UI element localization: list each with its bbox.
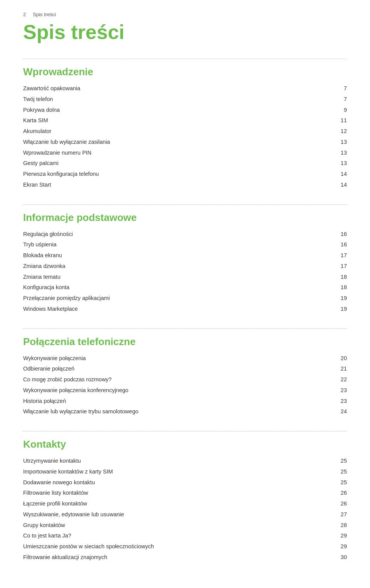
page-number-top: 2 Spis treści [23,12,347,17]
entry-label: Utrzymywanie kontaktu [23,457,331,465]
section-title-polaczenia-telefoniczne: Połączenia telefoniczne [23,336,347,348]
entry-label: Zmiana dzwonka [23,262,331,271]
toc-entry: Wprowadzanie numeru PIN13 [23,148,347,158]
page-number-label: Spis treści [33,12,56,17]
entry-label: Blokada ekranu [23,251,331,260]
toc-entry: Odbieranie połączeń21 [23,364,347,374]
entry-label: Regulacja głośności [23,230,331,239]
entry-page: 19 [331,305,347,313]
toc-entry: Regulacja głośności16 [23,229,347,240]
toc-entry: Wykonywanie połączenia20 [23,353,347,364]
entry-label: Przełączanie pomiędzy aplikacjami [23,294,331,303]
entry-page: 14 [331,181,347,189]
entry-label: Włączanie lub wyłączanie trybu samolotow… [23,408,331,416]
entry-page: 20 [331,354,347,363]
toc-entry: Windows Marketplace19 [23,304,347,315]
entry-label: Windows Marketplace [23,305,331,313]
toc-entry: Zawartość opakowania7 [23,83,347,94]
entry-page: 30 [331,553,347,562]
entry-label: Grupy kontaktów [23,521,331,530]
toc-entry: Zmiana tematu18 [23,272,347,283]
entry-page: 19 [331,294,347,303]
entry-label: Twój telefon [23,95,331,104]
entry-page: 16 [331,241,347,249]
section-divider-informacje-podstawowe [23,204,347,205]
toc-entry: Importowanie kontaktów z karty SIM25 [23,467,347,477]
toc-entry: Umieszczanie postów w sieciach społeczno… [23,541,347,552]
entry-label: Wykonywanie połączenia [23,354,331,363]
entry-page: 12 [331,127,347,136]
entry-page: 16 [331,230,347,239]
entry-page: 26 [331,489,347,497]
toc-entry: Konfiguracja konta18 [23,282,347,293]
entry-page: 18 [331,273,347,281]
toc-entry: Pierwsza konfiguracja telefonu14 [23,169,347,180]
toc-entry: Ekran Start14 [23,180,347,190]
toc-entry: Filtrowanie listy kontaktów26 [23,488,347,499]
toc-entry: Zmiana dzwonka17 [23,261,347,272]
toc-entry: Co mogę zrobić podczas rozmowy?22 [23,374,347,385]
entry-page: 17 [331,251,347,260]
entry-label: Odbieranie połączeń [23,365,331,373]
entry-label: Ekran Start [23,181,331,189]
toc-entry: Historia połączeń23 [23,396,347,407]
entry-page: 23 [331,397,347,406]
entry-page: 26 [331,500,347,508]
main-title: Spis treści [23,21,347,43]
section-title-kontakty: Kontakty [23,438,347,450]
entry-label: Umieszczanie postów w sieciach społeczno… [23,543,331,551]
section-divider-polaczenia-telefoniczne [23,329,347,329]
entry-label: Łączenie profili kontaktów [23,500,331,508]
entry-label: Włączanie lub wyłączanie zasilania [23,138,331,147]
entry-label: Konfiguracja konta [23,283,331,292]
entry-label: Co to jest karta Ja? [23,532,331,540]
entry-label: Co mogę zrobić podczas rozmowy? [23,376,331,384]
entry-page: 25 [331,468,347,476]
entry-label: Filtrowanie listy kontaktów [23,489,331,497]
section-wprowadzenie: WprowadzenieZawartość opakowania7Twój te… [23,59,347,190]
entry-page: 27 [331,510,347,519]
section-polaczenia-telefoniczne: Połączenia telefoniczneWykonywanie połąc… [23,329,347,418]
toc-entry: Pokrywa dolna9 [23,105,347,116]
entry-page: 22 [331,376,347,384]
entry-page: 23 [331,386,347,395]
toc-entry: Tryb uśpienia16 [23,239,347,250]
entry-label: Karta SIM [23,116,331,125]
toc-entry: Dodawanie nowego kontaktu25 [23,477,347,488]
entry-label: Zawartość opakowania [23,84,331,93]
entry-label: Pokrywa dolna [23,106,331,115]
entry-label: Wprowadzanie numeru PIN [23,149,331,157]
toc-entry: Włączanie lub wyłączanie zasilania13 [23,137,347,148]
entry-label: Tryb uśpienia [23,241,331,249]
entry-page: 17 [331,262,347,271]
entry-page: 7 [331,95,347,104]
entry-page: 29 [331,532,347,540]
entry-label: Pierwsza konfiguracja telefonu [23,170,331,179]
section-informacje-podstawowe: Informacje podstawoweRegulacja głośności… [23,204,347,315]
entry-page: 14 [331,170,347,179]
toc-entry: Twój telefon7 [23,94,347,105]
entry-page: 29 [331,543,347,551]
entry-label: Gesty palcami [23,159,331,168]
entry-page: 25 [331,457,347,465]
entry-page: 13 [331,149,347,157]
entry-page: 9 [331,106,347,115]
section-title-informacje-podstawowe: Informacje podstawowe [23,212,347,224]
toc-entry: Przełączanie pomiędzy aplikacjami19 [23,293,347,304]
toc-entry: Karta SIM11 [23,115,347,126]
section-divider-kontakty [23,431,347,431]
entry-label: Filtrowanie aktualizacji znajomych [23,553,331,562]
toc-container: WprowadzenieZawartość opakowania7Twój te… [23,59,347,563]
toc-entry: Wykonywanie połączenia konferencyjnego23 [23,385,347,396]
entry-page: 7 [331,84,347,93]
toc-entry: Akumulator12 [23,126,347,137]
entry-page: 13 [331,138,347,147]
entry-page: 13 [331,159,347,168]
entry-label: Historia połączeń [23,397,331,406]
toc-entry: Blokada ekranu17 [23,250,347,261]
entry-page: 25 [331,478,347,487]
entry-page: 28 [331,521,347,530]
entry-label: Dodawanie nowego kontaktu [23,478,331,487]
section-divider-wprowadzenie [23,59,347,59]
toc-entry: Filtrowanie aktualizacji znajomych30 [23,552,347,563]
